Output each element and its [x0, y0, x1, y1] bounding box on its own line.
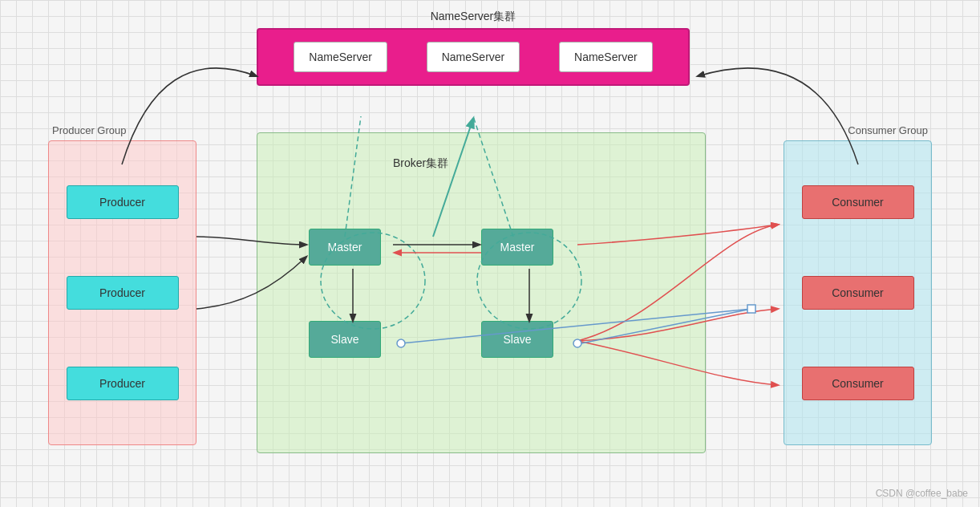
producer-group-box: Producer Producer Producer — [48, 140, 196, 445]
master-right: Master — [481, 229, 553, 266]
nameserver-cluster-label: NameServer集群 — [425, 10, 521, 24]
consumer-2: Consumer — [802, 276, 914, 310]
nameserver-3: NameServer — [559, 42, 653, 72]
consumer-1: Consumer — [802, 185, 914, 219]
watermark: CSDN @coffee_babe — [876, 488, 968, 499]
producer-2: Producer — [67, 276, 179, 310]
consumer-group-label: Consumer Group — [848, 124, 928, 136]
nameserver-2: NameServer — [427, 42, 520, 72]
producer-3: Producer — [67, 367, 179, 400]
svg-rect-12 — [747, 305, 755, 313]
nameserver-1: NameServer — [294, 42, 387, 72]
nameserver-cluster: NameServer NameServer NameServer — [257, 28, 690, 86]
consumer-3: Consumer — [802, 367, 914, 400]
slave-left: Slave — [309, 321, 381, 358]
producer-1: Producer — [67, 185, 179, 219]
master-left: Master — [309, 229, 381, 266]
consumer-group-box: Consumer Consumer Consumer — [784, 140, 932, 445]
broker-cluster-label: Broker集群 — [393, 156, 448, 171]
slave-right: Slave — [481, 321, 553, 358]
diagram-container: NameServer集群 NameServer NameServer NameS… — [0, 0, 980, 507]
broker-cluster-box — [257, 132, 706, 453]
producer-group-label: Producer Group — [52, 124, 127, 136]
